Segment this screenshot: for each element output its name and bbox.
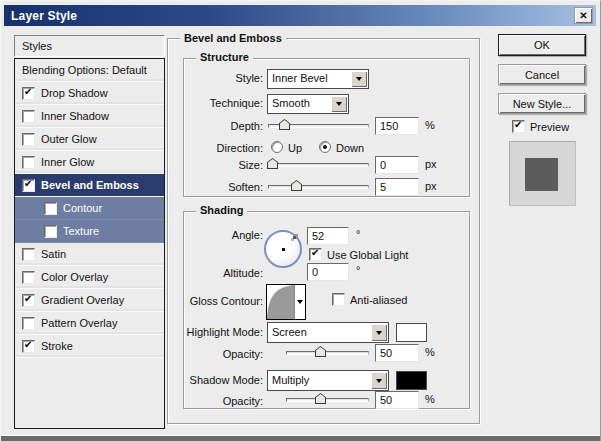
cancel-button[interactable]: Cancel (498, 64, 586, 85)
depth-input[interactable] (375, 117, 419, 135)
highlight-mode-dropdown[interactable]: Screen (267, 322, 389, 343)
window-bottom-edge (1, 435, 601, 441)
sidebar-item-bevel-and-emboss[interactable]: Bevel and Emboss (15, 174, 164, 197)
use-global-light-checkbox[interactable] (309, 248, 322, 261)
shadow-opacity-unit: % (425, 393, 435, 405)
style-enabled-checkbox[interactable] (22, 317, 35, 330)
highlight-opacity-unit: % (425, 346, 435, 358)
sidebar-item-label: Contour (63, 202, 102, 214)
gloss-contour-dropdown-button[interactable] (294, 285, 305, 319)
gloss-contour-thumbnail (267, 285, 294, 319)
depth-unit: % (425, 119, 435, 131)
technique-dropdown-button[interactable] (331, 96, 347, 112)
shadow-mode-dropdown[interactable]: Multiply (267, 370, 389, 391)
style-enabled-checkbox[interactable] (22, 133, 35, 146)
preview-thumbnail-inner-square (525, 158, 558, 191)
close-button[interactable]: ✕ (574, 7, 593, 24)
direction-down-radio[interactable] (319, 141, 331, 153)
sidebar-item-blending-options-default[interactable]: Blending Options: Default (15, 59, 164, 82)
sidebar-item-outer-glow[interactable]: Outer Glow (15, 128, 164, 151)
anti-aliased-checkbox[interactable] (332, 293, 345, 306)
sidebar-item-label: Pattern Overlay (41, 317, 117, 329)
highlight-opacity-input[interactable] (375, 344, 419, 362)
depth-slider-thumb[interactable] (279, 119, 290, 130)
angle-input[interactable] (307, 227, 349, 245)
sidebar-item-label: Gradient Overlay (41, 294, 124, 306)
technique-dropdown[interactable]: Smooth (267, 94, 349, 114)
new-style-button[interactable]: New Style... (498, 93, 586, 114)
title-bar[interactable]: Layer Style (4, 5, 596, 26)
soften-slider-track[interactable] (268, 185, 369, 189)
style-enabled-checkbox[interactable] (22, 271, 35, 284)
use-global-light-label: Use Global Light (327, 249, 408, 261)
size-slider-track[interactable] (268, 163, 369, 167)
chevron-down-icon (336, 102, 342, 106)
style-dropdown[interactable]: Inner Bevel (267, 69, 369, 89)
soften-input[interactable] (375, 178, 419, 196)
gloss-contour-label: Gloss Contour: (169, 295, 263, 307)
sidebar-item-label: Bevel and Emboss (41, 179, 139, 191)
style-enabled-checkbox[interactable] (44, 225, 57, 238)
soften-slider-thumb[interactable] (291, 180, 302, 191)
style-enabled-checkbox[interactable] (22, 294, 35, 307)
sidebar-item-stroke[interactable]: Stroke (15, 335, 164, 358)
bevel-emboss-group-title: Bevel and Emboss (180, 32, 286, 44)
sidebar-item-label: Blending Options: Default (22, 64, 147, 76)
angle-dial-marker[interactable] (293, 236, 296, 239)
style-enabled-checkbox[interactable] (22, 179, 35, 192)
sidebar-item-label: Inner Glow (41, 156, 94, 168)
style-enabled-checkbox[interactable] (22, 340, 35, 353)
sidebar-item-contour[interactable]: Contour (15, 197, 164, 220)
style-enabled-checkbox[interactable] (22, 156, 35, 169)
sidebar-item-drop-shadow[interactable]: Drop Shadow (15, 82, 164, 105)
direction-up-radio[interactable] (271, 141, 283, 153)
shadow-mode-dropdown-button[interactable] (371, 372, 387, 389)
chevron-down-icon (297, 300, 303, 304)
sidebar-item-color-overlay[interactable]: Color Overlay (15, 266, 164, 289)
sidebar-item-label: Inner Shadow (41, 110, 109, 122)
sidebar-item-pattern-overlay[interactable]: Pattern Overlay (15, 312, 164, 335)
shadow-opacity-slider-thumb[interactable] (315, 393, 326, 404)
technique-label: Technique: (169, 97, 263, 109)
angle-dial-center-dot (282, 248, 285, 251)
style-label: Style: (169, 72, 263, 84)
shadow-color-swatch[interactable] (396, 371, 427, 390)
style-dropdown-value: Inner Bevel (272, 72, 328, 84)
direction-up-label: Up (288, 142, 302, 154)
sidebar-item-inner-shadow[interactable]: Inner Shadow (15, 105, 164, 128)
sidebar-item-texture[interactable]: Texture (15, 220, 164, 243)
sidebar-item-label: Stroke (41, 340, 73, 352)
preview-thumbnail (509, 141, 576, 206)
direction-down-label: Down (336, 142, 364, 154)
depth-label: Depth: (169, 120, 263, 132)
size-input[interactable] (375, 156, 419, 174)
highlight-mode-dropdown-button[interactable] (371, 324, 387, 341)
style-dropdown-button[interactable] (351, 71, 367, 87)
altitude-unit: ° (356, 264, 360, 276)
sidebar-item-inner-glow[interactable]: Inner Glow (15, 151, 164, 174)
style-enabled-checkbox[interactable] (22, 110, 35, 123)
shadow-opacity-input[interactable] (375, 391, 419, 409)
sidebar-item-gradient-overlay[interactable]: Gradient Overlay (15, 289, 164, 312)
highlight-opacity-slider-thumb[interactable] (315, 346, 326, 357)
size-slider-thumb[interactable] (267, 158, 278, 169)
ok-button[interactable]: OK (498, 34, 586, 56)
sidebar-item-satin[interactable]: Satin (15, 243, 164, 266)
gloss-contour-picker[interactable] (266, 284, 306, 320)
structure-group-title: Structure (196, 51, 253, 63)
layer-style-dialog: Layer Style ✕ Styles Blending Options: D… (0, 0, 601, 441)
sidebar-item-label: Drop Shadow (41, 87, 108, 99)
style-enabled-checkbox[interactable] (22, 248, 35, 261)
styles-header-label: Styles (22, 40, 52, 52)
direction-label: Direction: (169, 142, 263, 154)
highlight-color-swatch[interactable] (396, 323, 427, 342)
highlight-opacity-slider-track[interactable] (286, 351, 369, 355)
angle-unit: ° (356, 228, 360, 240)
shadow-opacity-slider-track[interactable] (286, 398, 369, 402)
style-enabled-checkbox[interactable] (44, 202, 57, 215)
preview-label: Preview (530, 121, 569, 133)
altitude-input[interactable] (307, 263, 349, 281)
preview-checkbox[interactable] (512, 120, 525, 133)
shadow-opacity-label: Opacity: (169, 395, 263, 407)
style-enabled-checkbox[interactable] (22, 87, 35, 100)
